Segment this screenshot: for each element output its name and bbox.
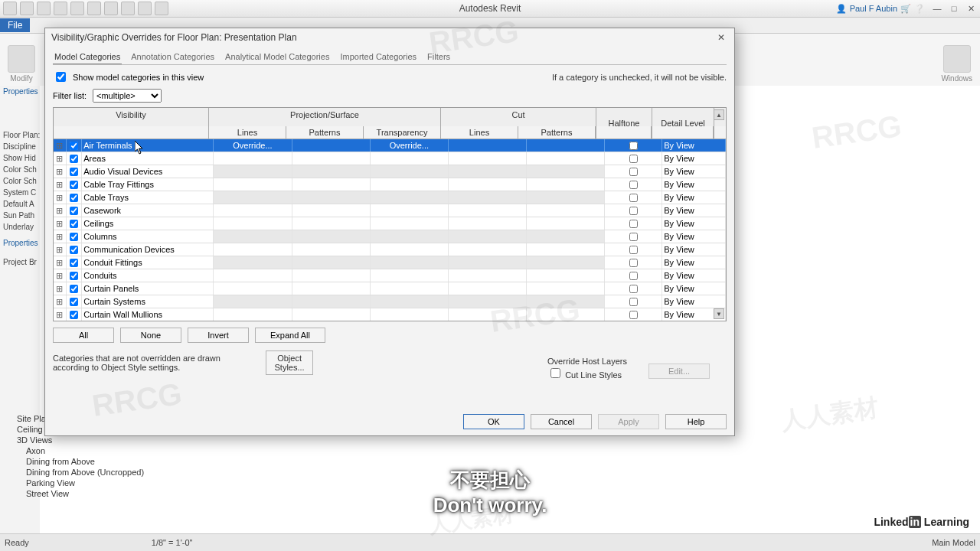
row-cut-patterns[interactable] (527, 256, 605, 269)
row-detail-level[interactable]: By View (662, 217, 726, 230)
row-cut-lines[interactable] (449, 165, 527, 178)
row-detail-level[interactable]: By View (662, 165, 726, 178)
row-proj-patterns[interactable] (292, 139, 371, 152)
row-halftone[interactable] (605, 191, 662, 204)
tab-filters[interactable]: Filters (426, 50, 452, 64)
modify-icon[interactable] (8, 45, 35, 73)
row-cut-lines[interactable] (449, 269, 527, 282)
tab-annotation-categories[interactable]: Annotation Categories (129, 50, 216, 64)
expand-icon[interactable]: ⊞ (54, 308, 67, 321)
all-button[interactable]: All (53, 328, 114, 343)
tab-analytical-model-categories[interactable]: Analytical Model Categories (224, 50, 331, 64)
browser-item[interactable]: Parking View (2, 478, 170, 488)
row-proj-transparency[interactable] (371, 295, 449, 308)
row-proj-lines[interactable] (214, 269, 292, 282)
object-styles-button[interactable]: Object Styles... (266, 350, 313, 375)
row-cut-lines[interactable] (449, 204, 527, 217)
row-halftone[interactable] (605, 152, 662, 165)
expand-icon[interactable]: ⊞ (54, 178, 67, 191)
row-cut-patterns[interactable] (527, 204, 605, 217)
row-proj-patterns[interactable] (292, 191, 371, 204)
row-visibility-checkbox[interactable] (70, 259, 78, 267)
file-tab[interactable]: File (0, 18, 30, 32)
row-cut-patterns[interactable] (527, 269, 605, 282)
row-proj-lines[interactable] (214, 282, 292, 295)
tab-imported-categories[interactable]: Imported Categories (338, 50, 418, 64)
windows-icon[interactable] (943, 45, 971, 73)
row-proj-patterns[interactable] (292, 243, 371, 256)
row-detail-level[interactable]: By View (662, 204, 726, 217)
browser-3d-views[interactable]: 3D Views (2, 435, 170, 445)
row-detail-level[interactable]: By View (662, 191, 726, 204)
row-halftone[interactable] (605, 295, 662, 308)
row-cut-patterns[interactable] (527, 282, 605, 295)
none-button[interactable]: None (120, 328, 181, 343)
row-cut-lines[interactable] (449, 178, 527, 191)
row-cut-patterns[interactable] (527, 217, 605, 230)
expand-icon[interactable]: ⊞ (54, 282, 67, 295)
table-row[interactable]: ⊞ConduitsBy View (54, 269, 726, 282)
row-proj-transparency[interactable] (371, 308, 449, 321)
row-halftone[interactable] (605, 204, 662, 217)
row-visibility-checkbox[interactable] (70, 233, 78, 241)
row-proj-patterns[interactable] (292, 295, 371, 308)
invert-button[interactable]: Invert (188, 328, 249, 343)
expand-icon[interactable]: ⊞ (54, 217, 67, 230)
help-icon[interactable]: ❔ (914, 4, 925, 14)
row-cut-lines[interactable] (449, 243, 527, 256)
apply-button[interactable]: Apply (598, 414, 659, 429)
row-cut-lines[interactable] (449, 282, 527, 295)
row-cut-lines[interactable] (449, 217, 527, 230)
row-detail-level[interactable]: By View (662, 230, 726, 243)
row-visibility-checkbox[interactable] (70, 155, 78, 163)
row-proj-patterns[interactable] (292, 204, 371, 217)
show-model-checkbox[interactable] (56, 72, 66, 82)
row-halftone[interactable] (605, 217, 662, 230)
row-proj-patterns[interactable] (292, 308, 371, 321)
cut-line-styles-checkbox[interactable] (550, 368, 560, 378)
row-cut-patterns[interactable] (527, 165, 605, 178)
row-detail-level[interactable]: By View (662, 178, 726, 191)
view-scale[interactable]: 1/8" = 1'-0" (152, 538, 193, 547)
row-proj-lines[interactable] (214, 165, 292, 178)
help-button[interactable]: Help (665, 414, 727, 429)
row-cut-patterns[interactable] (527, 191, 605, 204)
row-cut-lines[interactable] (449, 256, 527, 269)
row-visibility-checkbox[interactable] (70, 298, 78, 306)
row-proj-transparency[interactable] (371, 217, 449, 230)
row-visibility-checkbox[interactable] (70, 285, 78, 293)
table-row[interactable]: ⊞Curtain PanelsBy View (54, 282, 726, 295)
minimize-button[interactable]: — (931, 3, 943, 14)
properties-link[interactable]: Properties (0, 237, 40, 249)
row-cut-lines[interactable] (449, 152, 527, 165)
table-row[interactable]: ⊞Cable Tray FittingsBy View (54, 178, 726, 191)
row-cut-lines[interactable] (449, 230, 527, 243)
row-proj-transparency[interactable] (371, 243, 449, 256)
expand-icon[interactable]: ⊞ (54, 165, 67, 178)
row-proj-transparency[interactable]: Override... (371, 139, 449, 152)
row-cut-lines[interactable] (449, 295, 527, 308)
row-halftone[interactable] (605, 282, 662, 295)
browser-item[interactable]: Dining from Above (Uncropped) (2, 467, 170, 478)
row-proj-lines[interactable] (214, 308, 292, 321)
row-proj-patterns[interactable] (292, 230, 371, 243)
row-proj-lines[interactable] (214, 204, 292, 217)
row-visibility-checkbox[interactable] (70, 246, 78, 254)
row-detail-level[interactable]: By View (662, 256, 726, 269)
row-halftone[interactable] (605, 165, 662, 178)
row-proj-patterns[interactable] (292, 178, 371, 191)
expand-icon[interactable]: ⊞ (54, 230, 67, 243)
scroll-down-icon[interactable]: ▼ (714, 308, 724, 319)
table-row[interactable]: ⊞Conduit FittingsBy View (54, 256, 726, 269)
row-visibility-checkbox[interactable] (70, 311, 78, 319)
row-proj-lines[interactable] (214, 178, 292, 191)
expand-icon[interactable]: ⊞ (54, 256, 67, 269)
row-proj-transparency[interactable] (371, 269, 449, 282)
row-proj-patterns[interactable] (292, 217, 371, 230)
table-row[interactable]: ⊞Communication DevicesBy View (54, 243, 726, 256)
table-row[interactable]: ⊞Cable TraysBy View (54, 191, 726, 204)
row-proj-lines[interactable] (214, 191, 292, 204)
row-proj-lines[interactable] (214, 217, 292, 230)
row-proj-transparency[interactable] (371, 178, 449, 191)
table-row[interactable]: ⊞AreasBy View (54, 152, 726, 165)
